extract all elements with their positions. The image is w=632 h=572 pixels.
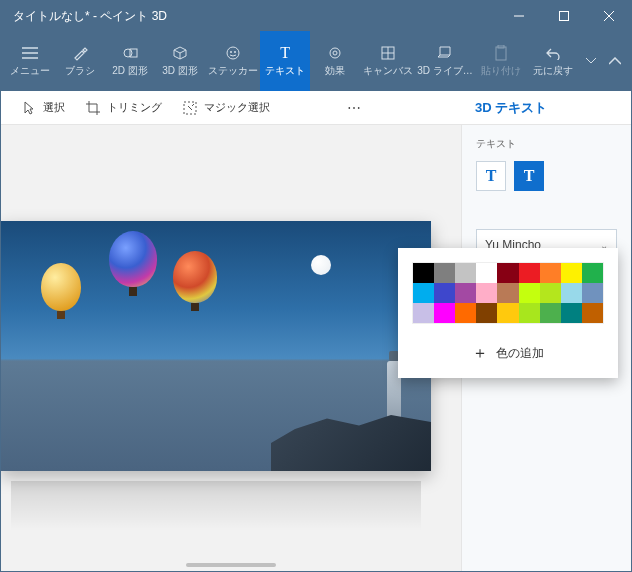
palette-color[interactable] [455,303,476,323]
text-mode-buttons: T T [476,161,617,191]
paste-icon [494,44,508,62]
canvas-scrollbar[interactable] [186,563,276,567]
palette-color[interactable] [561,303,582,323]
tool-crop[interactable]: トリミング [75,96,172,120]
svg-point-12 [330,48,340,58]
sticker-icon [225,44,241,62]
ribbon-brushes[interactable]: ブラシ [55,31,105,91]
close-button[interactable] [586,1,631,31]
svg-rect-1 [559,12,568,21]
brush-icon [72,44,88,62]
ribbon-effects[interactable]: 効果 [310,31,360,91]
svg-point-11 [234,51,236,53]
canvas-image[interactable] [1,221,431,471]
palette-color[interactable] [540,263,561,283]
ribbon-collapse[interactable] [603,31,627,91]
ribbon-menu[interactable]: メニュー [5,31,55,91]
tool-zoom-out[interactable] [314,100,330,116]
text-icon: T [280,44,290,62]
plus-icon: ＋ [472,343,488,364]
palette-color[interactable] [476,263,497,283]
palette-color[interactable] [519,263,540,283]
undo-icon [545,44,561,62]
section-label: テキスト [476,137,617,151]
svg-rect-17 [496,47,506,60]
palette-color[interactable] [497,283,518,303]
window-title: タイトルなし* - ペイント 3D [1,8,496,25]
text-2d-button[interactable]: T [476,161,506,191]
ribbon-paste[interactable]: 貼り付け [475,31,527,91]
add-color-button[interactable]: ＋ 色の追加 [412,338,604,368]
palette-color[interactable] [540,283,561,303]
palette-color[interactable] [413,263,434,283]
svg-point-7 [124,49,132,57]
title-bar: タイトルなし* - ペイント 3D [1,1,631,31]
color-palette-popup: ＋ 色の追加 [398,248,618,378]
shapes2d-icon [122,44,138,62]
svg-point-13 [333,51,337,55]
palette-color[interactable] [582,283,603,303]
palette-color[interactable] [561,283,582,303]
ribbon-3d-shapes[interactable]: 3D 図形 [155,31,205,91]
palette-color[interactable] [413,283,434,303]
palette-color[interactable] [497,263,518,283]
chevron-down-icon [586,52,596,70]
ribbon-stickers[interactable]: ステッカー [205,31,260,91]
palette-color[interactable] [540,303,561,323]
chevron-up-icon [609,52,621,70]
rocks-graphic [271,401,431,471]
magic-select-icon [182,100,198,116]
ribbon-more[interactable] [579,31,603,91]
palette-color[interactable] [455,263,476,283]
canvas-shadow [11,481,421,531]
balloon-graphic [41,263,81,311]
sub-toolbar: 選択 トリミング マジック選択 ⋯ 3D テキスト [1,91,631,125]
ribbon-canvas[interactable]: キャンバス [360,31,415,91]
palette-color[interactable] [476,283,497,303]
crop-icon [85,100,101,116]
shapes3d-icon [172,44,188,62]
palette-color[interactable] [582,263,603,283]
ribbon: メニュー ブラシ 2D 図形 3D 図形 ステッカー T テキスト 効果 キャン… [1,31,631,91]
palette-color[interactable] [434,303,455,323]
palette-color[interactable] [434,283,455,303]
palette-color[interactable] [519,283,540,303]
tool-more[interactable]: ⋯ [346,100,362,116]
ribbon-text[interactable]: T テキスト [260,31,310,91]
minimize-button[interactable] [496,1,541,31]
canvas-area[interactable] [1,125,461,571]
balloon-graphic [109,231,157,287]
ribbon-3d-library[interactable]: 3D ライブ… [415,31,475,91]
palette-color[interactable] [497,303,518,323]
canvas-icon [380,44,396,62]
svg-point-9 [227,47,239,59]
palette-color[interactable] [476,303,497,323]
tool-select[interactable]: 選択 [11,96,75,120]
palette-color[interactable] [455,283,476,303]
tool-3d-view[interactable] [330,100,346,116]
menu-icon [22,44,38,62]
tool-zoom-in[interactable] [298,100,314,116]
cursor-icon [21,100,37,116]
palette-color[interactable] [519,303,540,323]
palette-color[interactable] [561,263,582,283]
ribbon-2d-shapes[interactable]: 2D 図形 [105,31,155,91]
maximize-button[interactable] [541,1,586,31]
effects-icon [327,44,343,62]
ribbon-undo[interactable]: 元に戻す [527,31,579,91]
library-icon [436,44,454,62]
palette-grid [412,262,604,324]
palette-color[interactable] [434,263,455,283]
balloon-graphic [173,251,217,303]
text-3d-button[interactable]: T [514,161,544,191]
panel-title: 3D テキスト [461,99,631,117]
palette-color[interactable] [582,303,603,323]
palette-color[interactable] [413,303,434,323]
moon-graphic [311,255,331,275]
tool-magic-select[interactable]: マジック選択 [172,96,280,120]
svg-point-10 [230,51,232,53]
